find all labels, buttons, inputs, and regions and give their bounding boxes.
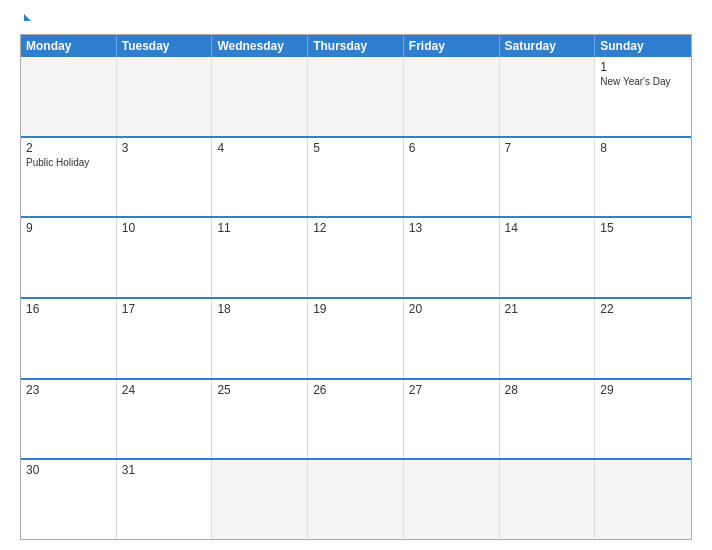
day-cell (21, 57, 117, 136)
day-cell: 15 (595, 218, 691, 297)
day-cell: 9 (21, 218, 117, 297)
col-header-monday: Monday (21, 35, 117, 57)
day-cell: 10 (117, 218, 213, 297)
day-number: 16 (26, 302, 111, 316)
day-cell: 16 (21, 299, 117, 378)
week-row-5: 23242526272829 (21, 378, 691, 459)
day-cell: 18 (212, 299, 308, 378)
calendar-header-row: MondayTuesdayWednesdayThursdayFridaySatu… (21, 35, 691, 57)
week-row-6: 3031 (21, 458, 691, 539)
day-cell (212, 57, 308, 136)
day-event: New Year's Day (600, 76, 686, 87)
day-cell: 8 (595, 138, 691, 217)
day-number: 15 (600, 221, 686, 235)
day-cell: 29 (595, 380, 691, 459)
day-cell: 13 (404, 218, 500, 297)
logo (20, 16, 31, 21)
day-cell (500, 460, 596, 539)
col-header-tuesday: Tuesday (117, 35, 213, 57)
day-cell: 30 (21, 460, 117, 539)
day-cell: 5 (308, 138, 404, 217)
day-cell: 25 (212, 380, 308, 459)
day-number: 3 (122, 141, 207, 155)
col-header-friday: Friday (404, 35, 500, 57)
day-cell (212, 460, 308, 539)
week-row-2: 2Public Holiday345678 (21, 136, 691, 217)
day-cell: 17 (117, 299, 213, 378)
day-number: 4 (217, 141, 302, 155)
day-number: 24 (122, 383, 207, 397)
day-cell: 22 (595, 299, 691, 378)
day-cell: 1New Year's Day (595, 57, 691, 136)
region-label (592, 16, 692, 26)
day-cell (404, 57, 500, 136)
day-cell (117, 57, 213, 136)
day-cell: 31 (117, 460, 213, 539)
day-cell (500, 57, 596, 136)
week-row-3: 9101112131415 (21, 216, 691, 297)
day-cell: 12 (308, 218, 404, 297)
week-row-4: 16171819202122 (21, 297, 691, 378)
day-number: 18 (217, 302, 302, 316)
day-number: 6 (409, 141, 494, 155)
col-header-saturday: Saturday (500, 35, 596, 57)
day-number: 21 (505, 302, 590, 316)
day-number: 29 (600, 383, 686, 397)
day-number: 11 (217, 221, 302, 235)
calendar: MondayTuesdayWednesdayThursdayFridaySatu… (20, 34, 692, 540)
col-header-sunday: Sunday (595, 35, 691, 57)
day-cell: 6 (404, 138, 500, 217)
day-number: 7 (505, 141, 590, 155)
header (20, 16, 692, 26)
day-number: 10 (122, 221, 207, 235)
logo-triangle-icon (24, 14, 31, 21)
calendar-page: MondayTuesdayWednesdayThursdayFridaySatu… (0, 0, 712, 550)
day-cell: 7 (500, 138, 596, 217)
day-number: 22 (600, 302, 686, 316)
day-number: 26 (313, 383, 398, 397)
day-cell: 3 (117, 138, 213, 217)
day-number: 23 (26, 383, 111, 397)
day-number: 28 (505, 383, 590, 397)
day-cell: 28 (500, 380, 596, 459)
day-cell: 20 (404, 299, 500, 378)
day-number: 25 (217, 383, 302, 397)
day-cell: 4 (212, 138, 308, 217)
day-number: 27 (409, 383, 494, 397)
day-cell (404, 460, 500, 539)
day-number: 14 (505, 221, 590, 235)
calendar-body: 1New Year's Day2Public Holiday3456789101… (21, 57, 691, 539)
day-cell (308, 460, 404, 539)
day-cell: 14 (500, 218, 596, 297)
day-cell: 27 (404, 380, 500, 459)
day-number: 19 (313, 302, 398, 316)
day-cell (308, 57, 404, 136)
day-number: 5 (313, 141, 398, 155)
day-number: 1 (600, 60, 686, 74)
day-number: 31 (122, 463, 207, 477)
day-number: 13 (409, 221, 494, 235)
logo-blue-row (20, 16, 31, 21)
day-number: 8 (600, 141, 686, 155)
day-cell: 21 (500, 299, 596, 378)
day-cell: 19 (308, 299, 404, 378)
col-header-thursday: Thursday (308, 35, 404, 57)
week-row-1: 1New Year's Day (21, 57, 691, 136)
day-number: 17 (122, 302, 207, 316)
day-cell: 11 (212, 218, 308, 297)
day-number: 2 (26, 141, 111, 155)
col-header-wednesday: Wednesday (212, 35, 308, 57)
day-cell (595, 460, 691, 539)
day-number: 12 (313, 221, 398, 235)
day-number: 30 (26, 463, 111, 477)
day-number: 20 (409, 302, 494, 316)
day-event: Public Holiday (26, 157, 111, 168)
day-cell: 26 (308, 380, 404, 459)
day-number: 9 (26, 221, 111, 235)
day-cell: 23 (21, 380, 117, 459)
day-cell: 24 (117, 380, 213, 459)
day-cell: 2Public Holiday (21, 138, 117, 217)
